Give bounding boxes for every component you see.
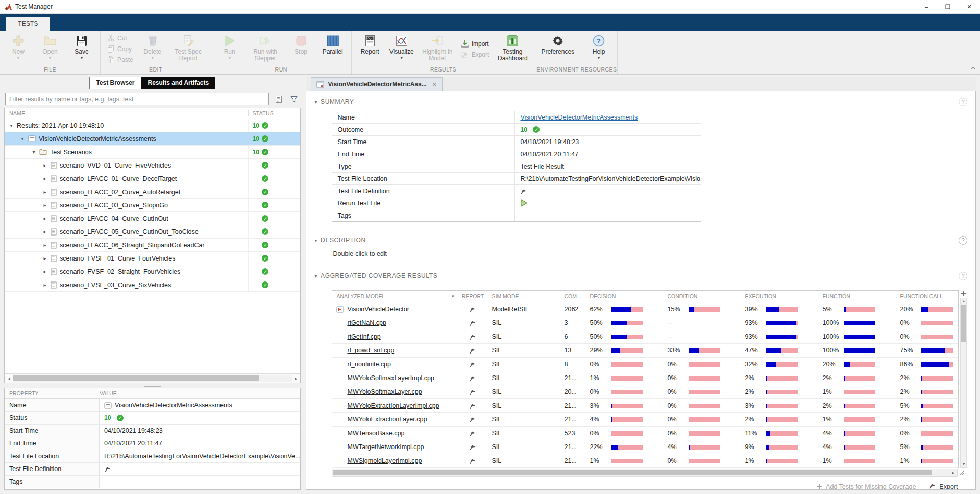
tree-row[interactable]: ▸scenario_LFACC_02_Curve_AutoRetarget✓ bbox=[5, 185, 300, 199]
document-tab[interactable]: VisionVehicleDetectorMetricAss... ✕ bbox=[311, 77, 442, 91]
model-link[interactable]: MWYoloSoftmaxLayerImpl.cpp bbox=[347, 374, 434, 382]
report-button[interactable]: Report bbox=[355, 33, 385, 66]
close-tab-icon[interactable]: ✕ bbox=[432, 81, 437, 88]
delete-button[interactable]: Delete▾ bbox=[137, 33, 168, 66]
scroll-thumb[interactable] bbox=[333, 470, 932, 475]
coverage-row[interactable]: MWSigmoidLayerImpl.cppSIL21...1%0%1%1%1% bbox=[332, 454, 958, 468]
save-button[interactable]: Save▾ bbox=[66, 33, 97, 66]
model-link[interactable]: MWYoloExtractionLayerImpl.cpp bbox=[347, 402, 439, 409]
coverage-row[interactable]: VisionVehicleDetectorModelRefSIL206262%1… bbox=[332, 302, 958, 316]
stop-button[interactable]: Stop bbox=[286, 33, 316, 66]
tree-row[interactable]: ▸scenario_LFACC_01_Curve_DecelTarget✓ bbox=[5, 172, 300, 185]
caret-right-icon[interactable]: ▸ bbox=[42, 216, 47, 221]
run-with-stepper-button[interactable]: Run with Stepper bbox=[246, 33, 285, 66]
scroll-track[interactable] bbox=[332, 469, 949, 475]
export-coverage-button[interactable]: Export bbox=[929, 482, 958, 490]
caret-right-icon[interactable]: ▸ bbox=[42, 202, 47, 208]
scroll-thumb[interactable] bbox=[13, 375, 259, 381]
export-button[interactable]: Export bbox=[460, 50, 491, 59]
model-link[interactable]: MWTargetNetworkImpl.cpp bbox=[347, 443, 424, 451]
caret-right-icon[interactable]: ▸ bbox=[42, 176, 47, 181]
visualize-button[interactable]: Visualize▾ bbox=[386, 33, 417, 66]
summary-section-header[interactable]: ▾ SUMMARY ? bbox=[314, 97, 967, 107]
collapse-caret-icon[interactable]: ▾ bbox=[314, 99, 317, 105]
add-tests-for-missing-coverage-button[interactable]: Add Tests for Missing Coverage bbox=[816, 483, 916, 490]
collapse-caret-icon[interactable]: ▾ bbox=[314, 273, 317, 279]
model-link[interactable]: rt_nonfinite.cpp bbox=[347, 361, 390, 368]
left-panel-splitter[interactable] bbox=[4, 383, 301, 388]
test-spec-report-button[interactable]: Test Spec Report bbox=[169, 33, 208, 66]
coverage-row[interactable]: rtGetInf.cppSIL650%--93%100%0% bbox=[332, 330, 958, 344]
collapse-caret-icon[interactable]: ▾ bbox=[314, 238, 317, 243]
model-link[interactable]: VisionVehicleDetector bbox=[347, 305, 409, 313]
caret-right-icon[interactable]: ▸ bbox=[42, 189, 47, 195]
coverage-row[interactable]: MWYoloSoftmaxLayer.cppSIL20...0%0%2%1%2% bbox=[332, 385, 958, 399]
tree-horizontal-scrollbar[interactable]: ◂ ▸ bbox=[5, 373, 300, 383]
parallel-button[interactable]: Parallel bbox=[317, 33, 348, 66]
preferences-button[interactable]: Preferences bbox=[538, 33, 577, 66]
coverage-horizontal-scrollbar[interactable]: ▸ bbox=[332, 469, 958, 477]
scroll-right-icon[interactable]: ▸ bbox=[292, 376, 300, 381]
tree-row[interactable]: ▸scenario_FVSF_02_Straight_FourVehicles✓ bbox=[5, 265, 300, 278]
paste-button[interactable]: Paste bbox=[106, 55, 134, 64]
coverage-row[interactable]: MWYoloExtractionLayerImpl.cppSIL21...3%0… bbox=[332, 399, 958, 413]
caret-right-icon[interactable]: ▸ bbox=[42, 229, 47, 234]
highlight-in-model-button[interactable]: Highlight in Model bbox=[418, 33, 457, 66]
tree-row[interactable]: ▸scenario_FVSF_01_Curve_FourVehicles✓ bbox=[5, 252, 300, 265]
testing-dashboard-button[interactable]: Testing Dashboard bbox=[493, 33, 532, 66]
add-column-icon[interactable] bbox=[960, 290, 967, 297]
tab-tests[interactable]: TESTS bbox=[6, 17, 50, 31]
collapse-ribbon-icon[interactable] bbox=[970, 63, 976, 72]
model-link[interactable]: MWSigmoidLayerImpl.cpp bbox=[347, 457, 422, 464]
maximize-icon[interactable] bbox=[937, 0, 959, 13]
coverage-section-header[interactable]: ▾ AGGREGATED COVERAGE RESULTS ? bbox=[314, 271, 967, 281]
column-dropdown-caret-icon[interactable]: ▾ bbox=[452, 294, 454, 299]
open-button[interactable]: Open▾ bbox=[35, 33, 65, 66]
close-icon[interactable]: ✕ bbox=[959, 0, 980, 13]
coverage-row[interactable]: rt_nonfinite.cppSIL80%0%32%20%86% bbox=[332, 358, 958, 371]
filter-results-input[interactable] bbox=[5, 93, 269, 105]
run-button[interactable]: Run▾ bbox=[214, 33, 245, 66]
help-question-icon[interactable]: ? bbox=[959, 272, 967, 280]
caret-right-icon[interactable]: ▸ bbox=[42, 282, 47, 288]
scroll-down-icon[interactable]: ▾ bbox=[963, 461, 965, 467]
model-link[interactable]: MWYoloExtractionLayer.cpp bbox=[347, 416, 427, 423]
tree-row[interactable]: ▾Test Scenarios10✓ bbox=[5, 146, 300, 159]
tree-row[interactable]: ▸scenario_FVSF_03_Curve_SixVehicles✓ bbox=[5, 278, 300, 292]
help-question-icon[interactable]: ? bbox=[959, 236, 967, 245]
description-placeholder[interactable]: Double-click to edit bbox=[333, 250, 967, 257]
tree-row[interactable]: ▸scenario_LFACC_06_Straight_StopandGoLea… bbox=[5, 239, 300, 252]
tree-row[interactable]: ▸scenario_LFACC_04_Curve_CutInOut✓ bbox=[5, 212, 300, 225]
results-list-icon[interactable] bbox=[273, 93, 284, 105]
caret-down-icon[interactable]: ▾ bbox=[9, 123, 14, 128]
coverage-row[interactable]: MWYoloExtractionLayer.cppSIL21...4%0%2%1… bbox=[332, 413, 958, 427]
caret-down-icon[interactable]: ▾ bbox=[31, 149, 36, 155]
name-link[interactable]: VisionVehicleDetectorMetricAssessments bbox=[520, 114, 638, 121]
vertical-scrollbar[interactable]: ▴ ▾ bbox=[960, 298, 967, 468]
scroll-thumb[interactable] bbox=[961, 305, 966, 342]
tab-results-and-artifacts[interactable]: Results and Artifacts bbox=[141, 77, 216, 89]
tab-test-browser[interactable]: Test Browser bbox=[89, 77, 141, 89]
cut-button[interactable]: Cut bbox=[106, 34, 134, 43]
tree-row[interactable]: ▸scenario_LFACC_05_Curve_CutInOut_TooClo… bbox=[5, 225, 300, 239]
tree-row[interactable]: ▸scenario_VVD_01_Curve_FiveVehicles✓ bbox=[5, 159, 300, 172]
scroll-track[interactable] bbox=[13, 375, 292, 382]
scroll-up-icon[interactable]: ▴ bbox=[963, 298, 965, 304]
scroll-right-icon[interactable]: ▸ bbox=[949, 470, 957, 475]
new-button[interactable]: New▾ bbox=[3, 33, 34, 66]
model-link[interactable]: MWYoloSoftmaxLayer.cpp bbox=[347, 388, 422, 395]
copy-button[interactable]: Copy bbox=[106, 44, 134, 54]
caret-down-icon[interactable]: ▾ bbox=[20, 136, 25, 142]
model-link[interactable]: MWTensorBase.cpp bbox=[347, 430, 404, 437]
resize-grip-icon[interactable] bbox=[960, 468, 964, 477]
caret-right-icon[interactable]: ▸ bbox=[42, 255, 47, 261]
coverage-row[interactable]: rtGetNaN.cppSIL350%--93%100%0% bbox=[332, 316, 958, 330]
help-question-icon[interactable]: ? bbox=[959, 98, 967, 106]
coverage-row[interactable]: MWYoloSoftmaxLayerImpl.cppSIL21...1%0%2%… bbox=[332, 371, 958, 385]
tree-row[interactable]: ▾VisionVehicleDetectorMetricAssessments1… bbox=[5, 132, 300, 146]
import-button[interactable]: Import bbox=[460, 39, 491, 49]
coverage-row[interactable]: MWTargetNetworkImpl.cppSIL21...22%4%9%4%… bbox=[332, 440, 958, 454]
coverage-row[interactable]: MWTensorBase.cppSIL5230%0%11%4%0% bbox=[332, 427, 958, 440]
model-link[interactable]: rtGetNaN.cpp bbox=[347, 319, 386, 326]
help-button[interactable]: ?Help▾ bbox=[583, 33, 614, 66]
